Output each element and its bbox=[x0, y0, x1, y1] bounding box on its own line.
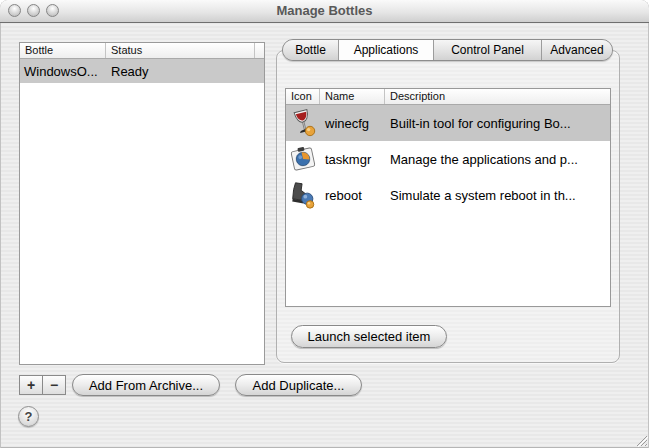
resize-grip[interactable] bbox=[634, 433, 648, 447]
tab-applications[interactable]: Applications bbox=[338, 40, 433, 60]
bottle-column-header[interactable]: Bottle bbox=[20, 43, 105, 58]
taskmgr-icon bbox=[286, 144, 319, 174]
bottle-list-header: Bottle Status bbox=[20, 43, 264, 59]
add-from-archive-button[interactable]: Add From Archive... bbox=[72, 374, 220, 396]
app-name: winecfg bbox=[319, 116, 384, 131]
help-button[interactable]: ? bbox=[18, 406, 39, 427]
app-description: Simulate a system reboot in th... bbox=[384, 188, 610, 203]
app-description: Manage the applications and p... bbox=[384, 152, 610, 167]
manage-bottles-window: Manage Bottles Bottle Status WindowsO...… bbox=[0, 0, 649, 448]
bottle-list: Bottle Status WindowsO... Ready bbox=[19, 42, 265, 365]
remove-bottle-button[interactable]: − bbox=[42, 375, 66, 395]
window-title: Manage Bottles bbox=[0, 0, 649, 22]
app-description: Built-in tool for configuring Bo... bbox=[384, 116, 610, 131]
winecfg-icon bbox=[286, 108, 319, 138]
applications-table: Icon Name Description bbox=[285, 88, 611, 307]
launch-selected-item-button[interactable]: Launch selected item bbox=[291, 325, 447, 348]
scrollbar-gutter bbox=[254, 43, 264, 58]
icon-column-header[interactable]: Icon bbox=[286, 89, 319, 104]
bottle-name-cell: WindowsO... bbox=[20, 64, 105, 79]
applications-group-box: Icon Name Description bbox=[276, 50, 620, 363]
add-bottle-button[interactable]: + bbox=[19, 375, 43, 395]
table-row-winecfg[interactable]: winecfg Built-in tool for configuring Bo… bbox=[286, 105, 610, 141]
app-name: reboot bbox=[319, 188, 384, 203]
status-column-header[interactable]: Status bbox=[105, 43, 254, 58]
tab-control-panel[interactable]: Control Panel bbox=[433, 40, 541, 60]
table-row-taskmgr[interactable]: taskmgr Manage the applications and p... bbox=[286, 141, 610, 177]
name-column-header[interactable]: Name bbox=[319, 89, 384, 104]
applications-table-header: Icon Name Description bbox=[286, 89, 610, 105]
table-row-reboot[interactable]: reboot Simulate a system reboot in th... bbox=[286, 177, 610, 213]
app-name: taskmgr bbox=[319, 152, 384, 167]
tab-advanced[interactable]: Advanced bbox=[541, 40, 612, 60]
bottle-status-cell: Ready bbox=[105, 64, 264, 79]
description-column-header[interactable]: Description bbox=[384, 89, 610, 104]
tab-bar: Bottle Applications Control Panel Advanc… bbox=[282, 39, 613, 61]
bottle-row[interactable]: WindowsO... Ready bbox=[20, 59, 264, 83]
title-bar[interactable]: Manage Bottles bbox=[0, 0, 649, 23]
reboot-icon bbox=[286, 180, 319, 210]
add-duplicate-button[interactable]: Add Duplicate... bbox=[235, 374, 362, 396]
tab-bottle[interactable]: Bottle bbox=[283, 40, 338, 60]
